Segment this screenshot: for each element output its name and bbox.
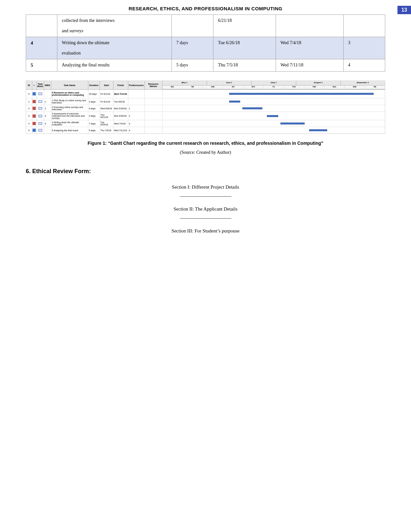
ethical-section-3: Section III: For Student’s purpouse (26, 228, 385, 234)
task-id-cell: 5 (26, 59, 57, 72)
gantt-row-2: 2 2 2 Executing online surveys and inter… (26, 105, 385, 112)
start-cell: Tue 6/26/18 (213, 37, 276, 59)
task-id-cell (26, 15, 57, 37)
section-heading: 6. Ethical Review Form: (26, 168, 385, 175)
table-row: 4 Writing down the ultimateevaluation 7 … (26, 37, 385, 59)
finish-cell: Wed 7/4/18 (276, 37, 343, 59)
pred-cell: 4 (343, 59, 385, 72)
document-header: RESEARCH, ETHICS, AND PROFESSIONALISM IN… (0, 0, 411, 11)
ethical-section-1: Section I: Different Project Details (26, 184, 385, 190)
gantt-col-mode: Task Mode (36, 81, 44, 90)
gantt-col-duration: Duration (88, 81, 100, 90)
start-cell: Thu 7/5/18 (213, 59, 276, 72)
ethical-section-2: Section II: The Applicant Details (26, 206, 385, 212)
gantt-col-pred: Predecessors (128, 81, 144, 90)
gantt-row-1: 1 1 1 Pilot Study on online survey and i… (26, 98, 385, 105)
gantt-col-wbs: WBS (44, 81, 51, 90)
divider-2 (180, 218, 231, 219)
gantt-col-start: Start (100, 81, 113, 90)
task-name-cell: Writing down the ultimateevaluation (57, 37, 171, 59)
figure-source: (Source: Created by Author) (26, 150, 385, 155)
gantt-chart: ID ● Task Mode WBS Task Name Duration St… (26, 81, 385, 134)
duration-cell (172, 15, 213, 37)
gantt-row-5: 5 5 Analyzing the final result 5 days Th… (26, 127, 385, 134)
figure-caption: Figure 1: “Gantt Chart regarding the cur… (26, 140, 385, 147)
gantt-row-0: 0 0 Research on ethics and professionali… (26, 90, 385, 98)
page-number: 13 (397, 6, 411, 14)
table-row: 5 Analyzing the final results 5 days Thu… (26, 59, 385, 72)
gantt-row-4: 4 4 4 Writing down the ultimate evaluati… (26, 120, 385, 127)
pred-cell (343, 15, 385, 37)
gantt-timeline-header: |May 1 June 1 |July 1 |August 1 |Septemb… (162, 81, 385, 90)
gantt-col-res: Resource Names (144, 81, 162, 90)
divider-1 (180, 196, 231, 197)
task-table: collected from the interviewsand surveys… (26, 15, 385, 72)
task-id-cell: 4 (26, 37, 57, 59)
gantt-row-3: 3 3 3 Assessment of outcomes collected f… (26, 112, 385, 120)
pred-cell: 3 (343, 37, 385, 59)
gantt-col-finish: Finish (113, 81, 128, 90)
start-cell: 6/21/18 (213, 15, 276, 37)
gantt-col-id: ID (26, 81, 32, 90)
gantt-col-info: ● (32, 81, 36, 90)
gantt-col-name: Task Name (51, 81, 88, 90)
task-name-cell: collected from the interviewsand surveys (57, 15, 171, 37)
table-row: collected from the interviewsand surveys… (26, 15, 385, 37)
duration-cell: 7 days (172, 37, 213, 59)
finish-cell (276, 15, 343, 37)
finish-cell: Wed 7/11/18 (276, 59, 343, 72)
task-name-cell: Analyzing the final results (57, 59, 171, 72)
duration-cell: 5 days (172, 59, 213, 72)
